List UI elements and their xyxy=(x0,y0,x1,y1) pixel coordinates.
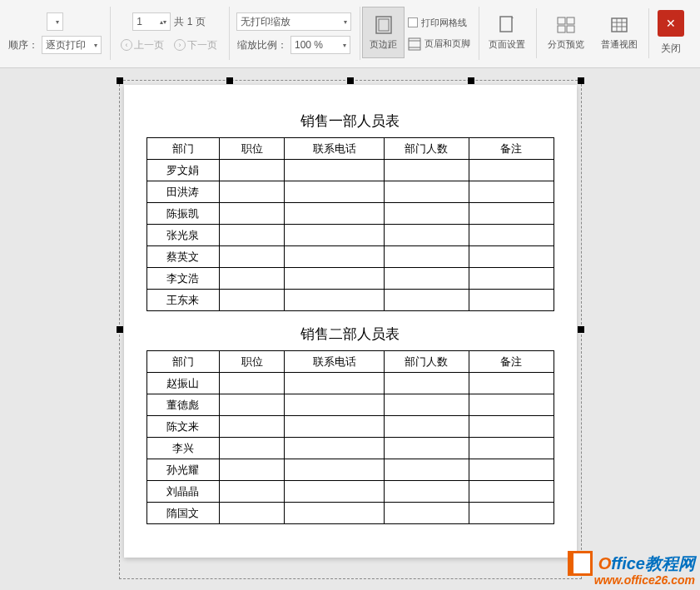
watermark-icon xyxy=(568,551,593,576)
cell xyxy=(384,503,469,524)
header-cell: 联系电话 xyxy=(285,138,385,160)
separator xyxy=(648,8,649,58)
svg-rect-7 xyxy=(567,17,574,24)
table-row: 王东来 xyxy=(146,290,554,311)
table-2: 部门 职位 联系电话 部门人数 备注 赵振山 董德彪 陈文来 李兴 孙光耀 刘晶… xyxy=(146,350,554,524)
page-preview: 销售一部人员表 部门 职位 联系电话 部门人数 备注 罗文娟 田洪涛 陈振凯 张… xyxy=(124,85,577,558)
page-break-button[interactable]: 分页预览 xyxy=(540,7,592,58)
cell xyxy=(384,438,469,459)
cell xyxy=(220,160,285,181)
next-page-button[interactable]: › 下一页 xyxy=(171,37,221,54)
table1-title: 销售一部人员表 xyxy=(141,112,560,131)
cell: 隋国文 xyxy=(146,503,220,524)
gridlines-header-group: 打印网格线 页眉和页脚 xyxy=(406,7,479,60)
cell: 王东来 xyxy=(146,290,220,311)
page-number-input[interactable]: 1 ▴▾ xyxy=(132,12,171,31)
margins-button[interactable]: 页边距 xyxy=(362,7,405,58)
cell xyxy=(220,438,285,459)
cell xyxy=(384,203,469,225)
table2-title: 销售二部人员表 xyxy=(141,325,560,344)
cell: 刘晶晶 xyxy=(146,481,220,503)
margins-icon xyxy=(374,15,394,35)
next-page-label: 下一页 xyxy=(187,38,217,52)
table-row: 董德彪 xyxy=(146,394,554,416)
cell xyxy=(384,246,469,268)
cell xyxy=(384,394,469,416)
scale-value: 100 % xyxy=(295,39,323,51)
handle-top-mid[interactable] xyxy=(347,77,354,84)
page-total-label: 共 1 页 xyxy=(174,15,205,29)
page-container: 销售一部人员表 部门 职位 联系电话 部门人数 备注 罗文娟 田洪涛 陈振凯 张… xyxy=(119,80,582,590)
table-row: 孙光耀 xyxy=(146,459,554,481)
prev-page-button[interactable]: ‹ 上一页 xyxy=(117,37,167,54)
cell xyxy=(469,416,554,438)
page-break-label: 分页预览 xyxy=(548,38,584,51)
cell xyxy=(220,225,285,246)
cell xyxy=(469,225,554,246)
scale-value-dropdown[interactable]: 100 % ▾ xyxy=(290,36,350,54)
print-what-dropdown[interactable]: ▾ xyxy=(47,12,63,31)
order-dropdown[interactable]: 逐页打印 ▾ xyxy=(42,36,102,54)
cell xyxy=(469,160,554,181)
svg-rect-8 xyxy=(558,26,565,32)
watermark-url: www.office26.com xyxy=(568,574,695,587)
cell: 田洪涛 xyxy=(146,181,220,203)
scale-mode-dropdown[interactable]: 无打印缩放 ▾ xyxy=(236,12,351,31)
svg-rect-10 xyxy=(612,18,627,32)
handle-top-right[interactable] xyxy=(578,77,584,84)
cell: 董德彪 xyxy=(146,394,220,416)
normal-view-icon xyxy=(609,15,629,35)
cell xyxy=(220,203,285,225)
handle-mid-left[interactable] xyxy=(117,326,123,333)
table-row: 蔡英文 xyxy=(146,246,554,268)
normal-view-button[interactable]: 普通视图 xyxy=(593,7,645,58)
cell xyxy=(285,394,385,416)
cell xyxy=(469,246,554,268)
gridlines-label: 打印网格线 xyxy=(421,17,467,29)
handle-top-left[interactable] xyxy=(117,77,123,84)
header-cell: 职位 xyxy=(220,138,285,160)
caret-icon: ▾ xyxy=(344,18,347,26)
cell: 蔡英文 xyxy=(146,246,220,268)
header-cell: 部门人数 xyxy=(384,351,469,373)
header-cell: 部门人数 xyxy=(384,138,469,160)
cell xyxy=(384,160,469,181)
table-1: 部门 职位 联系电话 部门人数 备注 罗文娟 田洪涛 陈振凯 张光泉 蔡英文 李… xyxy=(146,137,554,311)
svg-rect-5 xyxy=(500,17,512,32)
cell: 李兴 xyxy=(146,438,220,459)
cell xyxy=(384,416,469,438)
cell xyxy=(384,459,469,481)
header-footer-button[interactable]: 页眉和页脚 xyxy=(408,37,470,51)
svg-rect-6 xyxy=(558,17,565,24)
cell xyxy=(220,503,285,524)
cell xyxy=(285,268,385,290)
table-row: 陈振凯 xyxy=(146,203,554,225)
handle-mid-right[interactable] xyxy=(578,326,584,333)
table-row: 隋国文 xyxy=(146,503,554,524)
cell xyxy=(384,481,469,503)
watermark: Office教程网 www.office26.com xyxy=(568,551,695,587)
cell xyxy=(285,203,385,225)
cell xyxy=(285,373,385,394)
close-button[interactable]: ✕ xyxy=(658,10,684,37)
cell xyxy=(469,373,554,394)
handle-top-2[interactable] xyxy=(468,77,474,84)
page-break-icon xyxy=(556,15,576,35)
preview-area: 销售一部人员表 部门 职位 联系电话 部门人数 备注 罗文娟 田洪涛 陈振凯 张… xyxy=(0,68,700,590)
gridlines-checkbox[interactable]: 打印网格线 xyxy=(408,17,467,29)
header-cell: 备注 xyxy=(469,138,554,160)
cell xyxy=(220,268,285,290)
cell xyxy=(220,373,285,394)
cell: 张光泉 xyxy=(146,225,220,246)
table-row: 张光泉 xyxy=(146,225,554,246)
table-header-row: 部门 职位 联系电话 部门人数 备注 xyxy=(146,138,554,160)
table-row: 陈文来 xyxy=(146,416,554,438)
cell xyxy=(220,416,285,438)
cell xyxy=(384,290,469,311)
header-footer-label: 页眉和页脚 xyxy=(424,37,470,50)
handle-top-1[interactable] xyxy=(226,77,233,84)
table-row: 田洪涛 xyxy=(146,181,554,203)
separator xyxy=(536,8,537,58)
page-setup-button[interactable]: 页面设置 xyxy=(481,7,533,58)
prev-page-label: 上一页 xyxy=(134,38,164,52)
